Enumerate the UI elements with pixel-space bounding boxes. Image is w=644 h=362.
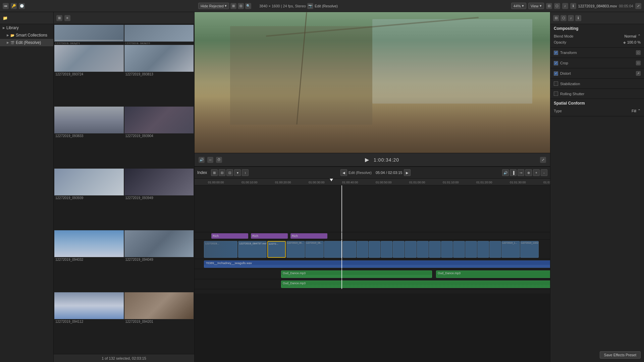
zoom-btn[interactable]: 44% ▾ xyxy=(511,3,526,9)
inspector-icon-btn[interactable]: ⊟ xyxy=(553,15,559,21)
media-thumb-6[interactable]: 12272019_093949 xyxy=(124,169,194,230)
speed-icon[interactable]: ⏱ xyxy=(216,157,222,163)
vc16[interactable] xyxy=(465,241,477,258)
video-clip-2[interactable]: 12272019_084737.mov xyxy=(238,241,267,258)
oud-clip-3[interactable]: Oud_Dance.mp3 xyxy=(281,281,550,288)
toolbar-icon-2[interactable]: 🔑 xyxy=(11,3,17,9)
media-thumb-1[interactable]: 12272019_093724 xyxy=(54,45,124,106)
media-thumb-7[interactable]: 12272019_094032 xyxy=(54,230,124,291)
media-thumb-3[interactable]: 12272019_093833 xyxy=(54,107,124,168)
tl-btn-2[interactable]: ⊟ xyxy=(219,169,225,176)
view-btn[interactable]: View ▾ xyxy=(528,3,544,9)
media-grid: 12272019_093724 12272019_093813 12272019… xyxy=(54,44,194,354)
play-button[interactable]: ▶ xyxy=(363,156,371,164)
vc4[interactable]: 12272019_08... xyxy=(305,241,324,258)
crop-checkbox[interactable]: ✓ xyxy=(554,61,558,65)
info-icon-btn[interactable]: ℹ xyxy=(575,15,581,21)
vc20[interactable]: 12272019_110158.mov xyxy=(520,241,539,258)
tl-zoom-out[interactable]: - xyxy=(541,169,547,176)
sidebar-item-smart-collections[interactable]: ▶ 📂 Smart Collections xyxy=(0,32,53,39)
camera-icon[interactable]: 📷 xyxy=(307,3,313,9)
transform-checkbox[interactable]: ✓ xyxy=(554,51,558,55)
distort-expand-icon[interactable]: ↗ xyxy=(636,71,641,76)
search-icon[interactable]: 🔍 xyxy=(245,3,251,9)
vc5[interactable] xyxy=(324,241,342,258)
tl-nav-left[interactable]: ◀ xyxy=(340,169,347,176)
tl-audio-1[interactable]: 🔊 xyxy=(502,169,509,176)
type-value[interactable]: Fill ⌃ xyxy=(632,109,641,113)
tl-audio-4[interactable]: ⊕ xyxy=(525,169,532,176)
tl-nav-right[interactable]: ▶ xyxy=(404,169,411,176)
hide-rejected-btn[interactable]: Hide Rejected ▾ xyxy=(198,3,229,9)
info-icon[interactable]: ℹ xyxy=(570,3,576,9)
tl-zoom-in[interactable]: + xyxy=(533,169,540,176)
vc15[interactable] xyxy=(453,241,465,258)
video-clip-selected[interactable]: 12272... xyxy=(267,241,286,258)
media-thumb-4[interactable]: 12272019_093904 xyxy=(124,107,194,168)
media-thumb-8[interactable]: 12272019_094049 xyxy=(124,230,194,291)
tl-audio-2[interactable]: ▐ xyxy=(510,169,517,176)
sidebar-item-library[interactable]: ▶ Library xyxy=(0,24,53,32)
transform-expand-icon[interactable]: □ xyxy=(636,50,641,55)
purple-bar-1[interactable]: Rich xyxy=(211,233,248,239)
compositing-title: Compositing xyxy=(554,26,641,31)
seagulls-clip[interactable]: 78389__Inchadney__seagulls.wav xyxy=(204,260,550,268)
effects-icon-btn[interactable]: ⬡ xyxy=(560,15,567,21)
vc17[interactable] xyxy=(477,241,489,258)
stabilization-checkbox[interactable] xyxy=(554,81,558,86)
save-effects-preset-button[interactable]: Save Effects Preset xyxy=(600,351,641,359)
ruler-mark-11: 01:01:40:00 xyxy=(543,181,550,184)
audio-settings-icon[interactable]: 🔊 xyxy=(199,157,205,163)
vc9[interactable] xyxy=(381,241,392,258)
crop-expand-icon[interactable]: □ xyxy=(636,61,641,65)
purple-bar-2[interactable]: Rich xyxy=(251,233,288,239)
oud-clip-2[interactable]: Oud_Dance.mp3 xyxy=(436,270,550,278)
oud-clip-1[interactable]: Oud_Dance.mp3 xyxy=(281,270,432,278)
tl-btn-5[interactable]: ↕ xyxy=(242,169,249,176)
fullscreen-icon[interactable]: ⤢ xyxy=(635,3,641,9)
library-icon: 📁 xyxy=(3,16,8,20)
inspector-icon[interactable]: ⊟ xyxy=(546,3,552,9)
tl-audio-3[interactable]: ⊸ xyxy=(518,169,524,176)
media-thumb-top1[interactable]: 12272019_093421 xyxy=(54,25,124,44)
vc3[interactable]: 12272019_08... xyxy=(286,241,305,258)
stabilization-section: Stabilization xyxy=(550,79,644,89)
video-clip-1[interactable]: 12272019... xyxy=(204,241,237,258)
transform-icon[interactable]: ↔ xyxy=(207,157,213,163)
vc10[interactable] xyxy=(393,241,405,258)
blend-mode-value[interactable]: Normal ⌃ xyxy=(625,34,641,38)
sidebar-item-edit-resolve[interactable]: ▶ 🎬 Edit (Resolve) xyxy=(0,39,53,46)
media-list-icon[interactable]: ⊞ xyxy=(56,15,62,21)
toolbar-icon-3[interactable]: 🕐 xyxy=(19,3,25,9)
distort-checkbox[interactable]: ✓ xyxy=(554,71,558,76)
audio-icon[interactable]: ♪ xyxy=(562,3,568,9)
vc7[interactable] xyxy=(357,241,368,258)
grid-view-icon[interactable]: ⊟ xyxy=(238,3,244,9)
vc11[interactable] xyxy=(405,241,417,258)
rolling-shutter-checkbox[interactable] xyxy=(554,92,558,96)
media-thumb-10[interactable]: 12272019_094201 xyxy=(124,292,194,353)
fullscreen-preview-icon[interactable]: ⤢ xyxy=(540,157,546,163)
vc12[interactable] xyxy=(417,241,429,258)
audio-icon-btn[interactable]: ♪ xyxy=(568,15,574,21)
vc19[interactable]: 12272019_1... xyxy=(501,241,520,258)
vc13[interactable] xyxy=(429,241,441,258)
type-dropdown-icon: ⌃ xyxy=(638,109,641,113)
effects-icon[interactable]: ⬡ xyxy=(554,3,560,9)
vc6[interactable] xyxy=(343,241,356,258)
tl-btn-3[interactable]: ⊡ xyxy=(226,169,233,176)
media-thumb-5[interactable]: 12272019_093939 xyxy=(54,169,124,230)
media-thumb-9[interactable]: 12272019_094112 xyxy=(54,292,124,353)
playhead-marker xyxy=(331,179,333,181)
vc18[interactable] xyxy=(489,241,501,258)
tl-btn-4[interactable]: ▾ xyxy=(234,169,241,176)
media-thumb-top2[interactable]: 12272019_093622 xyxy=(124,25,194,44)
list-view-icon[interactable]: ⊞ xyxy=(230,3,236,9)
vc8[interactable] xyxy=(369,241,380,258)
media-sort-icon[interactable]: ≡ xyxy=(64,15,70,21)
media-thumb-2[interactable]: 12272019_093813 xyxy=(124,45,194,106)
tl-btn-1[interactable]: ⊞ xyxy=(211,169,218,176)
toolbar-icon-1[interactable]: ⏮ xyxy=(3,3,9,9)
vc14[interactable] xyxy=(441,241,453,258)
purple-bar-3[interactable]: Rich xyxy=(290,233,327,239)
